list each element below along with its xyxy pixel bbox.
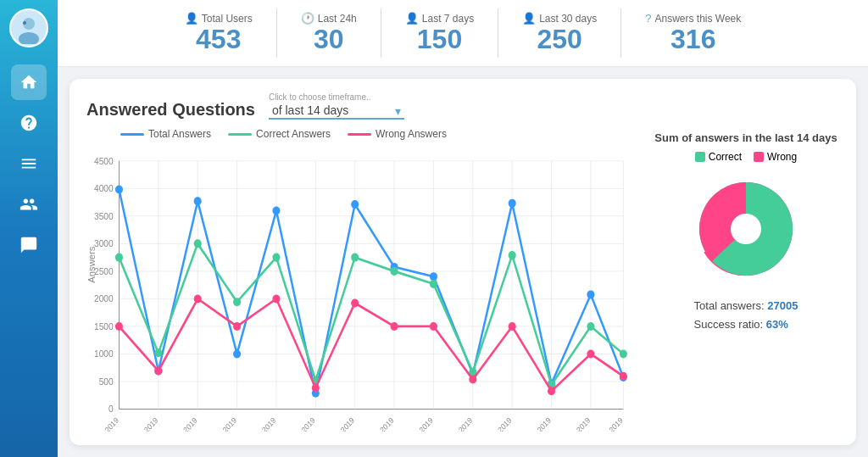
stat-last-30days: 👤 Last 30 days 250 xyxy=(498,8,621,58)
last-7days-value: 150 xyxy=(417,25,462,54)
svg-text:18. Dez. 2019: 18. Dez. 2019 xyxy=(240,416,277,432)
chat-icon[interactable] xyxy=(11,227,47,263)
svg-point-95 xyxy=(731,214,761,244)
svg-point-64 xyxy=(587,322,594,331)
card-title: Answered Questions xyxy=(86,100,255,120)
total-answers-value: 27005 xyxy=(767,299,798,312)
svg-text:17. Dez. 2019: 17. Dez. 2019 xyxy=(201,416,238,432)
svg-text:16. Dez. 2019: 16. Dez. 2019 xyxy=(162,416,199,432)
pie-title: Sum of answers in the last 14 days xyxy=(654,131,837,144)
last-24h-value: 30 xyxy=(314,25,344,54)
svg-point-67 xyxy=(154,367,162,376)
last-30days-value: 250 xyxy=(537,25,582,54)
line-chart-container: Total Answers Correct Answers Wrong Answ… xyxy=(86,128,643,432)
svg-point-74 xyxy=(430,322,437,331)
svg-point-48 xyxy=(509,199,516,208)
svg-point-68 xyxy=(194,295,202,304)
svg-point-77 xyxy=(548,387,555,395)
svg-text:19. Dez. 2019: 19. Dez. 2019 xyxy=(280,416,317,432)
svg-point-59 xyxy=(391,267,398,276)
svg-point-54 xyxy=(194,240,202,248)
svg-point-62 xyxy=(509,251,516,259)
chart-wrapper: 4500 4000 3500 3000 2500 2000 1500 1000 … xyxy=(86,145,643,432)
answered-questions-card: Answered Questions Click to choose timef… xyxy=(70,79,856,445)
main-content: 👤 Total Users 453 🕐 Last 24h 30 👤 Last 7… xyxy=(58,0,868,457)
svg-text:3000: 3000 xyxy=(94,238,114,249)
stat-total-users: 👤 Total Users 453 xyxy=(161,8,277,58)
legend-correct: Correct Answers xyxy=(228,128,331,140)
total-users-value: 453 xyxy=(196,25,241,54)
pie-legend: Correct Wrong xyxy=(695,151,797,163)
svg-text:500: 500 xyxy=(99,376,114,387)
svg-point-75 xyxy=(469,376,476,384)
legend-wrong-line xyxy=(348,133,371,136)
pie-stats: Total answers: 27005 Success ratio: 63% xyxy=(694,297,798,334)
total-users-icon: 👤 xyxy=(185,12,198,25)
success-ratio-value: 63% xyxy=(766,318,788,331)
svg-text:Answers: Answers xyxy=(87,247,97,283)
pie-legend-wrong: Wrong xyxy=(754,151,797,163)
last-7d-icon: 👤 xyxy=(405,12,419,25)
svg-text:4500: 4500 xyxy=(94,155,114,166)
svg-text:15. Dez. 2019: 15. Dez. 2019 xyxy=(122,416,159,432)
svg-point-69 xyxy=(233,322,241,331)
svg-point-55 xyxy=(233,298,241,306)
svg-text:24. Dez. 2019: 24. Dez. 2019 xyxy=(476,416,513,432)
svg-point-71 xyxy=(312,384,320,393)
home-icon[interactable] xyxy=(11,64,47,100)
pie-legend-correct: Correct xyxy=(695,151,742,163)
svg-point-58 xyxy=(351,254,359,262)
svg-point-53 xyxy=(154,348,162,357)
svg-text:27. Dez. 2019: 27. Dez. 2019 xyxy=(587,416,625,432)
last-30d-icon: 👤 xyxy=(522,12,536,25)
svg-text:25. Dez. 2019: 25. Dez. 2019 xyxy=(515,416,553,432)
svg-point-66 xyxy=(115,322,123,331)
timeframe-hint: Click to choose timeframe.. xyxy=(269,92,404,102)
svg-point-42 xyxy=(272,207,280,215)
sidebar xyxy=(0,0,58,457)
svg-point-40 xyxy=(194,197,202,205)
svg-point-73 xyxy=(391,322,398,331)
svg-point-38 xyxy=(115,186,123,194)
svg-point-50 xyxy=(587,291,594,299)
help-icon[interactable] xyxy=(11,105,47,141)
svg-text:14. Dez. 2019: 14. Dez. 2019 xyxy=(86,416,120,432)
svg-text:26. Dez. 2019: 26. Dez. 2019 xyxy=(554,416,592,432)
legend-wrong: Wrong Answers xyxy=(348,128,447,140)
answers-week-icon: ? xyxy=(645,12,651,25)
svg-point-76 xyxy=(509,322,516,331)
timeframe-selector: Click to choose timeframe.. of last 7 da… xyxy=(269,92,404,120)
stats-header: 👤 Total Users 453 🕐 Last 24h 30 👤 Last 7… xyxy=(58,0,868,67)
right-panel: Sum of answers in the last 14 days Corre… xyxy=(653,128,839,432)
svg-text:23. Dez. 2019: 23. Dez. 2019 xyxy=(437,416,474,432)
svg-text:4000: 4000 xyxy=(94,183,114,194)
svg-point-1 xyxy=(19,32,39,44)
legend-total: Total Answers xyxy=(120,128,211,140)
svg-point-79 xyxy=(620,372,627,381)
legend-total-line xyxy=(120,133,144,136)
svg-point-44 xyxy=(351,200,359,209)
chart-legend: Total Answers Correct Answers Wrong Answ… xyxy=(86,128,643,140)
stat-last-7days: 👤 Last 7 days 150 xyxy=(381,8,498,58)
timeframe-wrapper[interactable]: of last 7 days of last 14 days of last 3… xyxy=(269,103,404,120)
svg-text:22. Dez. 2019: 22. Dez. 2019 xyxy=(398,416,435,432)
stat-last-24h: 🕐 Last 24h 30 xyxy=(277,8,381,58)
list-icon[interactable] xyxy=(11,146,47,181)
users-icon[interactable] xyxy=(11,187,47,222)
svg-text:1000: 1000 xyxy=(94,348,114,359)
svg-point-78 xyxy=(587,350,594,359)
timeframe-dropdown[interactable]: of last 7 days of last 14 days of last 3… xyxy=(269,103,404,120)
svg-point-46 xyxy=(430,272,437,281)
line-chart-svg: 4500 4000 3500 3000 2500 2000 1500 1000 … xyxy=(86,145,643,432)
svg-point-41 xyxy=(233,350,241,359)
svg-point-60 xyxy=(430,280,437,288)
card-header: Answered Questions Click to choose timef… xyxy=(86,92,839,120)
svg-text:0: 0 xyxy=(108,404,114,415)
svg-point-56 xyxy=(272,254,280,262)
avatar[interactable] xyxy=(9,8,48,47)
answers-week-value: 316 xyxy=(670,25,715,54)
svg-text:1500: 1500 xyxy=(94,320,114,332)
svg-text:3500: 3500 xyxy=(94,210,114,221)
svg-text:2500: 2500 xyxy=(94,265,114,276)
svg-point-52 xyxy=(115,254,123,262)
